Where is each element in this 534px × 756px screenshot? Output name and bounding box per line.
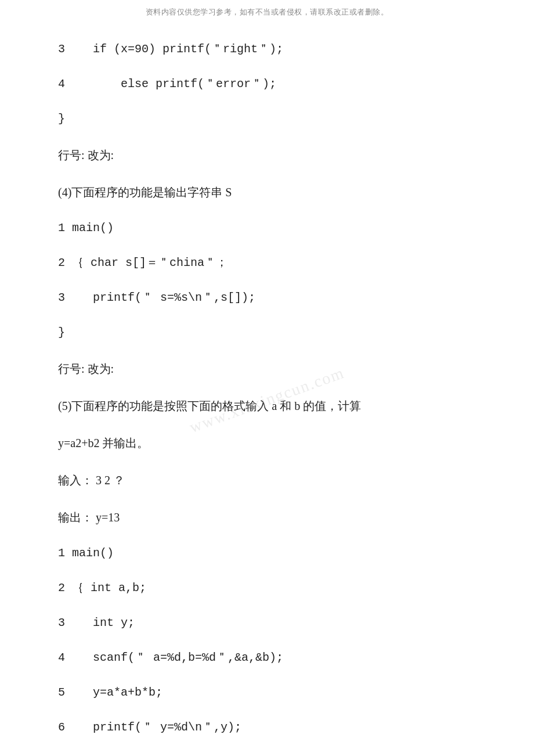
text-line: y=a2+b2 并输出。 (58, 432, 488, 454)
watermark-top: 资料内容仅供您学习参考，如有不当或者侵权，请联系改正或者删除。 (0, 0, 534, 23)
code-line: 2 ｛ char s[]＝＂china＂； (58, 252, 488, 274)
line-gap (58, 347, 488, 353)
line-gap (58, 312, 488, 318)
code-line: 6 printf(＂ y=%d\n＂,y); (58, 717, 488, 739)
line-gap (58, 496, 488, 502)
code-line: 3 printf(＂ s=%s\n＂,s[]); (58, 287, 488, 309)
main-content: 3 if (x=90) printf(＂right＂);4 else print… (0, 23, 534, 756)
line-gap (58, 278, 488, 283)
code-line: 7 ｝ (58, 751, 488, 756)
line-gap (58, 422, 488, 427)
text-line: 输入： 3 2 ？ (58, 469, 488, 491)
line-gap (58, 672, 488, 678)
line-gap (58, 742, 488, 748)
text-line: 输出： y=13 (58, 506, 488, 528)
line-gap (58, 64, 488, 70)
text-line: (5)下面程序的功能是按照下面的格式输入 a 和 b 的值，计算 (58, 395, 488, 417)
code-line: } (58, 108, 488, 130)
line-gap (58, 208, 488, 214)
line-gap (58, 533, 488, 539)
code-line: 1 main() (58, 217, 488, 239)
line-gap (58, 134, 488, 139)
code-line: 5 y=a*a+b*b; (58, 682, 488, 704)
code-line: 4 scanf(＂ a=%d,b=%d＂,&a,&b); (58, 647, 488, 669)
text-line: 行号: 改为: (58, 144, 488, 166)
line-gap (58, 171, 488, 177)
line-gap (58, 99, 488, 105)
code-line: 4 else printf(＂error＂); (58, 73, 488, 95)
line-gap (58, 603, 488, 609)
code-line: } (58, 322, 488, 344)
line-gap (58, 243, 488, 249)
text-line: 行号: 改为: (58, 358, 488, 380)
line-gap (58, 638, 488, 643)
code-line: 1 main() (58, 542, 488, 564)
code-line: 2 ｛ int a,b; (58, 577, 488, 599)
code-line: 3 int y; (58, 612, 488, 634)
line-gap (58, 384, 488, 390)
line-gap (58, 459, 488, 465)
line-gap (58, 707, 488, 713)
code-line: 3 if (x=90) printf(＂right＂); (58, 38, 488, 60)
line-gap (58, 568, 488, 574)
text-line: (4)下面程序的功能是输出字符串 S (58, 181, 488, 203)
